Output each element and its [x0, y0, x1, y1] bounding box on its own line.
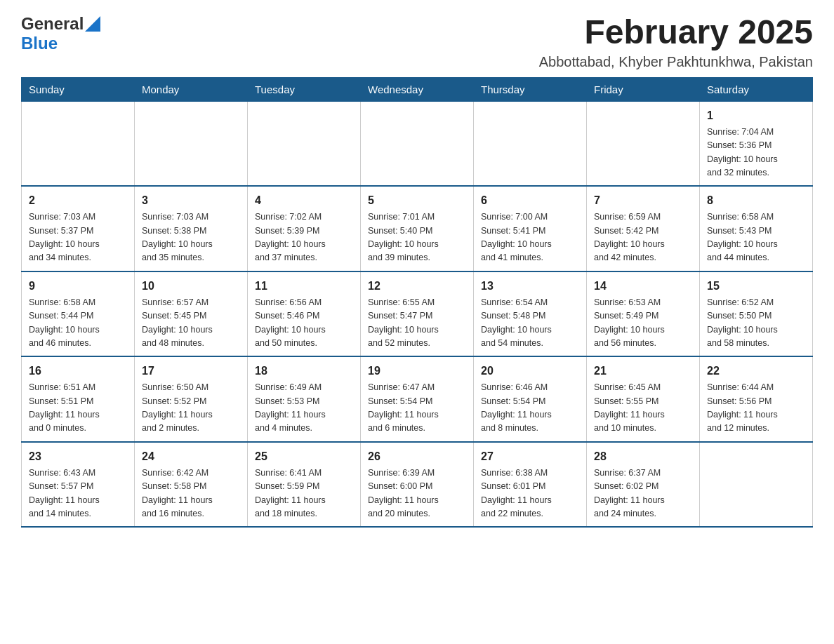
- calendar-cell: [474, 101, 587, 186]
- day-info: Sunrise: 6:53 AM Sunset: 5:49 PM Dayligh…: [594, 296, 692, 351]
- page-header: General Blue February 2025 Abbottabad, K…: [21, 14, 813, 70]
- day-number: 28: [594, 448, 692, 465]
- day-info: Sunrise: 6:47 AM Sunset: 5:54 PM Dayligh…: [368, 381, 466, 436]
- calendar-cell: [587, 101, 700, 186]
- logo: General Blue: [21, 14, 100, 53]
- calendar-week-row: 2Sunrise: 7:03 AM Sunset: 5:37 PM Daylig…: [22, 186, 813, 271]
- day-number: 5: [368, 192, 466, 209]
- calendar-cell: 26Sunrise: 6:39 AM Sunset: 6:00 PM Dayli…: [361, 442, 474, 528]
- calendar-cell: 25Sunrise: 6:41 AM Sunset: 5:59 PM Dayli…: [248, 442, 361, 528]
- calendar-cell: [700, 442, 813, 528]
- day-number: 17: [142, 363, 240, 380]
- day-number: 24: [142, 448, 240, 465]
- day-info: Sunrise: 6:51 AM Sunset: 5:51 PM Dayligh…: [29, 381, 127, 436]
- day-info: Sunrise: 6:44 AM Sunset: 5:56 PM Dayligh…: [707, 381, 805, 436]
- day-number: 7: [594, 192, 692, 209]
- calendar-cell: 1Sunrise: 7:04 AM Sunset: 5:36 PM Daylig…: [700, 101, 813, 186]
- day-info: Sunrise: 6:50 AM Sunset: 5:52 PM Dayligh…: [142, 381, 240, 436]
- calendar-cell: 28Sunrise: 6:37 AM Sunset: 6:02 PM Dayli…: [587, 442, 700, 528]
- day-info: Sunrise: 6:57 AM Sunset: 5:45 PM Dayligh…: [142, 296, 240, 351]
- day-info: Sunrise: 6:43 AM Sunset: 5:57 PM Dayligh…: [29, 467, 127, 521]
- calendar-cell: 12Sunrise: 6:55 AM Sunset: 5:47 PM Dayli…: [361, 271, 474, 357]
- day-info: Sunrise: 6:54 AM Sunset: 5:48 PM Dayligh…: [481, 296, 579, 351]
- day-header-tuesday: Tuesday: [248, 77, 361, 101]
- day-info: Sunrise: 6:41 AM Sunset: 5:59 PM Dayligh…: [255, 467, 353, 521]
- svg-marker-0: [85, 16, 100, 32]
- calendar-cell: 17Sunrise: 6:50 AM Sunset: 5:52 PM Dayli…: [135, 356, 248, 442]
- day-info: Sunrise: 6:55 AM Sunset: 5:47 PM Dayligh…: [368, 296, 466, 351]
- day-info: Sunrise: 7:03 AM Sunset: 5:38 PM Dayligh…: [142, 210, 240, 265]
- day-info: Sunrise: 6:59 AM Sunset: 5:42 PM Dayligh…: [594, 210, 692, 265]
- calendar-week-row: 9Sunrise: 6:58 AM Sunset: 5:44 PM Daylig…: [22, 271, 813, 357]
- logo-blue-text: Blue: [21, 34, 58, 53]
- calendar-cell: 21Sunrise: 6:45 AM Sunset: 5:55 PM Dayli…: [587, 356, 700, 442]
- day-number: 18: [255, 363, 353, 380]
- logo-triangle-icon: [85, 16, 100, 32]
- calendar-cell: 15Sunrise: 6:52 AM Sunset: 5:50 PM Dayli…: [700, 271, 813, 357]
- day-header-thursday: Thursday: [474, 77, 587, 101]
- logo-general-text: General: [21, 14, 84, 34]
- calendar-cell: 8Sunrise: 6:58 AM Sunset: 5:43 PM Daylig…: [700, 186, 813, 271]
- day-header-wednesday: Wednesday: [361, 77, 474, 101]
- calendar-cell: 10Sunrise: 6:57 AM Sunset: 5:45 PM Dayli…: [135, 271, 248, 357]
- day-number: 2: [29, 192, 127, 209]
- day-info: Sunrise: 7:02 AM Sunset: 5:39 PM Dayligh…: [255, 210, 353, 265]
- calendar-cell: 24Sunrise: 6:42 AM Sunset: 5:58 PM Dayli…: [135, 442, 248, 528]
- day-info: Sunrise: 6:49 AM Sunset: 5:53 PM Dayligh…: [255, 381, 353, 436]
- day-info: Sunrise: 6:58 AM Sunset: 5:44 PM Dayligh…: [29, 296, 127, 351]
- calendar-cell: [22, 101, 135, 186]
- day-number: 10: [142, 278, 240, 295]
- day-header-monday: Monday: [135, 77, 248, 101]
- day-number: 9: [29, 278, 127, 295]
- calendar-cell: 13Sunrise: 6:54 AM Sunset: 5:48 PM Dayli…: [474, 271, 587, 357]
- day-info: Sunrise: 6:37 AM Sunset: 6:02 PM Dayligh…: [594, 467, 692, 521]
- day-number: 19: [368, 363, 466, 380]
- day-number: 13: [481, 278, 579, 295]
- calendar-header-row: SundayMondayTuesdayWednesdayThursdayFrid…: [22, 77, 813, 101]
- day-number: 14: [594, 278, 692, 295]
- day-info: Sunrise: 7:03 AM Sunset: 5:37 PM Dayligh…: [29, 210, 127, 265]
- calendar-cell: 22Sunrise: 6:44 AM Sunset: 5:56 PM Dayli…: [700, 356, 813, 442]
- day-info: Sunrise: 7:00 AM Sunset: 5:41 PM Dayligh…: [481, 210, 579, 265]
- day-number: 20: [481, 363, 579, 380]
- calendar-cell: 19Sunrise: 6:47 AM Sunset: 5:54 PM Dayli…: [361, 356, 474, 442]
- day-number: 1: [707, 107, 805, 124]
- calendar-cell: 3Sunrise: 7:03 AM Sunset: 5:38 PM Daylig…: [135, 186, 248, 271]
- day-number: 16: [29, 363, 127, 380]
- title-section: February 2025 Abbottabad, Khyber Pakhtun…: [539, 14, 813, 70]
- calendar-cell: 2Sunrise: 7:03 AM Sunset: 5:37 PM Daylig…: [22, 186, 135, 271]
- day-number: 6: [481, 192, 579, 209]
- day-info: Sunrise: 6:42 AM Sunset: 5:58 PM Dayligh…: [142, 467, 240, 521]
- calendar-cell: 16Sunrise: 6:51 AM Sunset: 5:51 PM Dayli…: [22, 356, 135, 442]
- calendar-cell: [135, 101, 248, 186]
- calendar-week-row: 23Sunrise: 6:43 AM Sunset: 5:57 PM Dayli…: [22, 442, 813, 528]
- day-header-sunday: Sunday: [22, 77, 135, 101]
- day-number: 11: [255, 278, 353, 295]
- day-number: 22: [707, 363, 805, 380]
- day-header-friday: Friday: [587, 77, 700, 101]
- day-info: Sunrise: 6:56 AM Sunset: 5:46 PM Dayligh…: [255, 296, 353, 351]
- calendar-cell: 5Sunrise: 7:01 AM Sunset: 5:40 PM Daylig…: [361, 186, 474, 271]
- calendar-cell: 6Sunrise: 7:00 AM Sunset: 5:41 PM Daylig…: [474, 186, 587, 271]
- day-number: 12: [368, 278, 466, 295]
- calendar-title: February 2025: [539, 14, 813, 51]
- calendar-cell: 9Sunrise: 6:58 AM Sunset: 5:44 PM Daylig…: [22, 271, 135, 357]
- day-info: Sunrise: 6:52 AM Sunset: 5:50 PM Dayligh…: [707, 296, 805, 351]
- day-info: Sunrise: 6:58 AM Sunset: 5:43 PM Dayligh…: [707, 210, 805, 265]
- day-number: 3: [142, 192, 240, 209]
- calendar-cell: 18Sunrise: 6:49 AM Sunset: 5:53 PM Dayli…: [248, 356, 361, 442]
- day-number: 23: [29, 448, 127, 465]
- calendar-cell: 20Sunrise: 6:46 AM Sunset: 5:54 PM Dayli…: [474, 356, 587, 442]
- day-info: Sunrise: 6:38 AM Sunset: 6:01 PM Dayligh…: [481, 467, 579, 521]
- calendar-cell: 7Sunrise: 6:59 AM Sunset: 5:42 PM Daylig…: [587, 186, 700, 271]
- day-number: 27: [481, 448, 579, 465]
- calendar-week-row: 16Sunrise: 6:51 AM Sunset: 5:51 PM Dayli…: [22, 356, 813, 442]
- day-number: 25: [255, 448, 353, 465]
- calendar-cell: 27Sunrise: 6:38 AM Sunset: 6:01 PM Dayli…: [474, 442, 587, 528]
- day-number: 8: [707, 192, 805, 209]
- day-info: Sunrise: 6:46 AM Sunset: 5:54 PM Dayligh…: [481, 381, 579, 436]
- calendar-week-row: 1Sunrise: 7:04 AM Sunset: 5:36 PM Daylig…: [22, 101, 813, 186]
- calendar-cell: 23Sunrise: 6:43 AM Sunset: 5:57 PM Dayli…: [22, 442, 135, 528]
- calendar-table: SundayMondayTuesdayWednesdayThursdayFrid…: [21, 77, 813, 528]
- day-info: Sunrise: 7:04 AM Sunset: 5:36 PM Dayligh…: [707, 126, 805, 180]
